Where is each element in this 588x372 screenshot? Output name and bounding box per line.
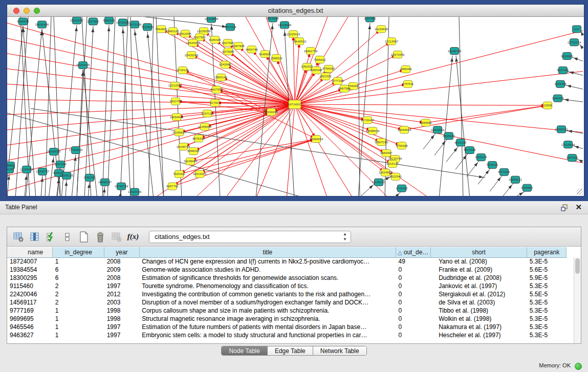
select-column-icon[interactable] bbox=[28, 230, 41, 244]
table-cell[interactable]: Franke et al. (2009) bbox=[430, 266, 527, 274]
window-titlebar[interactable]: citations_edges.txt bbox=[7, 5, 584, 17]
table-cell[interactable]: 2009 bbox=[104, 266, 140, 274]
graph-node[interactable]: 1810755 bbox=[169, 98, 182, 105]
table-cell[interactable]: 9699695 bbox=[7, 315, 53, 323]
table-cell[interactable]: Genome-wide association studies in ADHD. bbox=[139, 266, 396, 274]
graph-node[interactable]: 19218906 bbox=[278, 21, 292, 29]
table-cell[interactable]: Embryonic stem cells: a model to study s… bbox=[139, 331, 396, 339]
table-cell[interactable]: 5.3E-5 bbox=[527, 307, 567, 315]
table-cell[interactable]: 0 bbox=[396, 290, 431, 298]
graph-node[interactable]: 9267110 bbox=[202, 110, 214, 117]
graph-node[interactable]: 9146821 bbox=[259, 51, 271, 58]
table-cell[interactable]: 1 bbox=[53, 257, 104, 266]
graph-node[interactable]: 1167533 bbox=[567, 154, 579, 161]
column-header-short[interactable]: short bbox=[430, 247, 527, 257]
graph-node[interactable]: 2803144 bbox=[215, 74, 227, 81]
table-cell[interactable]: 0 bbox=[396, 315, 431, 323]
graph-hub-node[interactable]: 18724007 bbox=[288, 100, 302, 109]
graph-node[interactable]: 15992971 bbox=[555, 126, 569, 133]
table-cell[interactable]: 18300295 bbox=[7, 274, 53, 282]
graph-node[interactable]: 12213389 bbox=[168, 82, 182, 89]
table-cell[interactable]: 5.3E-5 bbox=[527, 323, 567, 331]
table-cell[interactable]: 0 bbox=[396, 331, 431, 339]
graph-node[interactable]: 2718126 bbox=[177, 67, 189, 74]
table-row[interactable]: 977716911998Corpus callosum shape and si… bbox=[7, 307, 567, 315]
graph-node[interactable]: 11156869 bbox=[20, 166, 33, 173]
graph-node[interactable]: 6497568 bbox=[338, 85, 351, 92]
table-cell[interactable]: 22420046 bbox=[7, 290, 53, 298]
table-cell[interactable]: 1 bbox=[53, 323, 104, 331]
graph-node[interactable]: 39159 bbox=[7, 166, 14, 173]
table-cell[interactable]: Structural magnetic resonance image aver… bbox=[139, 315, 396, 323]
graph-node[interactable]: 1588520 bbox=[270, 55, 282, 62]
table-cell[interactable]: 5.3E-5 bbox=[527, 282, 567, 290]
table-row[interactable]: 2242004622012Investigating the contribut… bbox=[7, 290, 567, 298]
graph-node[interactable]: 13654923 bbox=[398, 126, 411, 134]
table-cell[interactable]: 1997 bbox=[104, 323, 140, 331]
graph-node[interactable]: 11355554 bbox=[198, 123, 212, 130]
table-settings-icon[interactable] bbox=[12, 230, 25, 244]
table-cell[interactable]: 2003 bbox=[104, 298, 140, 307]
table-cell[interactable]: 0 bbox=[396, 266, 431, 274]
delete-column-icon[interactable] bbox=[94, 230, 107, 244]
graph-node[interactable]: 6479197 bbox=[454, 139, 467, 146]
network-canvas[interactable]: 1872400718300295193845547663822996012589… bbox=[7, 17, 584, 196]
graph-node[interactable]: 13325419 bbox=[287, 31, 300, 38]
close-panel-icon[interactable]: ✕ bbox=[575, 203, 582, 212]
table-cell[interactable]: Corpus callosum shape and size in male p… bbox=[139, 307, 396, 315]
table-cell[interactable]: 1 bbox=[53, 307, 104, 315]
graph-node[interactable]: 9245652 bbox=[521, 184, 533, 191]
graph-node[interactable]: 1244413 bbox=[552, 95, 564, 102]
graph-node[interactable]: 6794028 bbox=[322, 65, 335, 72]
graph-node[interactable]: 2522540 bbox=[389, 173, 402, 180]
graph-node[interactable]: 17016504 bbox=[561, 141, 575, 148]
table-cell[interactable]: Hescheler et al. (1997) bbox=[430, 331, 527, 339]
table-cell[interactable]: Jankovic et al. (1997) bbox=[430, 282, 527, 290]
table-cell[interactable]: Estimation of significance thresholds fo… bbox=[139, 274, 396, 282]
graph-node[interactable]: 15751074 bbox=[568, 39, 581, 46]
graph-node[interactable]: 9329965 bbox=[561, 53, 573, 60]
column-header-year[interactable]: year bbox=[104, 247, 140, 257]
table-cell[interactable]: 14569117 bbox=[7, 298, 53, 307]
graph-node[interactable]: 9777169 bbox=[332, 77, 344, 84]
table-scrollbar-thumb[interactable] bbox=[575, 258, 580, 274]
table-cell[interactable]: 2012 bbox=[104, 290, 140, 298]
graph-node[interactable]: 9390448 bbox=[310, 67, 322, 74]
graph-node[interactable]: 2087682 bbox=[364, 17, 376, 22]
graph-node[interactable]: 20691406 bbox=[35, 21, 49, 28]
graph-node[interactable]: 917004 bbox=[210, 99, 221, 106]
table-cell[interactable]: 5.3E-5 bbox=[527, 315, 567, 323]
graph-node[interactable]: 9405572 bbox=[17, 18, 29, 25]
graph-node[interactable]: 9375685 bbox=[222, 48, 234, 55]
select-all-icon[interactable] bbox=[45, 230, 58, 244]
table-cell[interactable]: Estimation of the future numbers of pati… bbox=[139, 323, 396, 331]
graph-node[interactable]: 16033809 bbox=[205, 17, 219, 23]
graph-node[interactable]: 9756928 bbox=[396, 142, 408, 149]
graph-node[interactable]: 7663822 bbox=[155, 26, 167, 33]
graph-node[interactable]: 16154838 bbox=[375, 26, 388, 33]
table-cell[interactable]: Stergiakouli et al. (2012) bbox=[430, 290, 527, 298]
graph-node[interactable]: 16782759 bbox=[115, 183, 128, 190]
table-cell[interactable]: Nakamura et al. (1997) bbox=[430, 323, 527, 331]
table-cell[interactable]: Disruption of a novel member of a sodium… bbox=[139, 298, 396, 307]
table-select-dropdown[interactable]: citations_edges.txt ▲▼ bbox=[149, 231, 351, 243]
graph-node[interactable]: 10654112 bbox=[509, 176, 522, 183]
function-builder-icon[interactable]: f(x) bbox=[126, 230, 140, 244]
table-cell[interactable]: 5.5E-5 bbox=[527, 290, 567, 298]
column-header-pagerank[interactable]: pagerank bbox=[527, 247, 567, 257]
graph-node[interactable]: 12213967 bbox=[385, 38, 399, 45]
table-cell[interactable]: 2008 bbox=[104, 257, 140, 266]
table-cell[interactable]: 0 bbox=[396, 307, 431, 315]
table-cell[interactable]: 1998 bbox=[104, 315, 140, 323]
graph-node[interactable]: 8912944 bbox=[179, 30, 191, 37]
table-cell[interactable]: 2008 bbox=[104, 274, 140, 282]
column-header-out_de[interactable]: △out_de… bbox=[396, 247, 431, 257]
graph-node[interactable]: 8878334 bbox=[192, 135, 205, 142]
graph-node[interactable]: 9457791 bbox=[166, 183, 179, 190]
table-cell[interactable]: 5.9E-5 bbox=[527, 274, 567, 282]
graph-node[interactable]: 9960125 bbox=[167, 28, 179, 35]
table-cell[interactable]: 6 bbox=[53, 274, 104, 282]
graph-node[interactable]: 9227341 bbox=[557, 67, 569, 74]
graph-node[interactable]: 2935114 bbox=[475, 154, 488, 161]
table-cell[interactable]: 5.3E-5 bbox=[527, 257, 567, 266]
